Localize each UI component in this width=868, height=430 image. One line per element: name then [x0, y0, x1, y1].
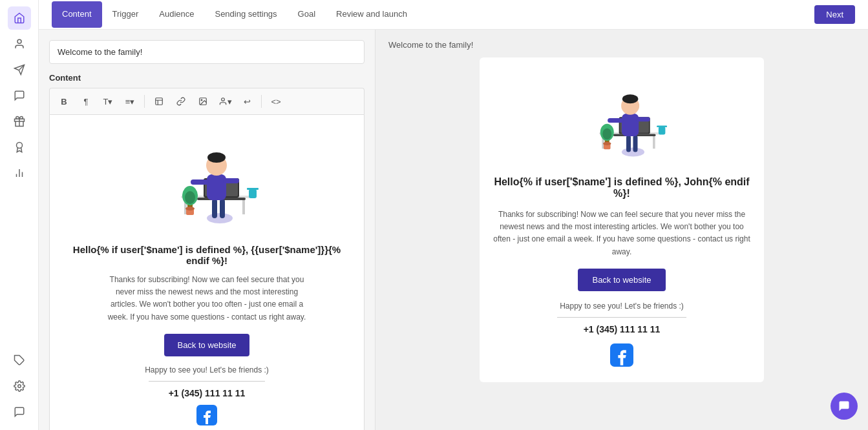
tab-trigger[interactable]: Trigger	[102, 1, 149, 28]
nav-tabs: Content Trigger Audience Sending setting…	[52, 1, 814, 28]
svg-point-0	[17, 39, 21, 43]
svg-point-63	[603, 142, 611, 145]
svg-rect-28	[223, 178, 239, 183]
preview-phone: +1 (345) 111 11 11	[492, 324, 751, 334]
svg-rect-53	[636, 117, 650, 121]
svg-rect-41	[653, 134, 655, 148]
preview-cta-button[interactable]: Back to website	[578, 269, 665, 291]
svg-rect-58	[657, 125, 667, 127]
svg-rect-27	[207, 174, 226, 200]
toolbar-separator-1	[144, 95, 145, 108]
svg-rect-25	[212, 199, 217, 218]
template-button[interactable]	[150, 92, 168, 110]
next-button[interactable]: Next	[814, 5, 855, 24]
svg-rect-52	[622, 114, 639, 136]
paragraph-button[interactable]: ¶	[77, 92, 95, 110]
preview-illustration	[564, 73, 680, 163]
preview-panel: Welcome to the family!	[376, 30, 868, 430]
sidebar-icon-chart[interactable]	[8, 161, 31, 185]
tab-goal[interactable]: Goal	[288, 1, 326, 28]
editor-body[interactable]: Hello{% if user['$name'] is defined %}, …	[49, 114, 365, 430]
editor-facebook-icon[interactable]	[196, 405, 217, 425]
editor-phone: +1 (345) 111 11 11	[63, 388, 351, 398]
sidebar-icon-badge[interactable]	[8, 136, 31, 159]
subject-input[interactable]	[49, 40, 365, 64]
svg-point-56	[622, 94, 639, 103]
svg-rect-16	[242, 198, 245, 214]
content-area: Content B ¶ T▾ ≡▾ ▾ ↩	[39, 30, 868, 430]
svg-rect-54	[608, 118, 624, 123]
editor-email-body: Thanks for subscribing! Now we can feel …	[103, 274, 310, 323]
editor-email-heading: Hello{% if user['$name'] is defined %}, …	[63, 244, 351, 266]
svg-rect-50	[626, 135, 631, 152]
svg-rect-51	[633, 135, 638, 152]
svg-rect-57	[659, 127, 666, 134]
svg-point-5	[16, 143, 22, 148]
svg-rect-32	[249, 189, 257, 198]
sidebar-icon-settings[interactable]	[8, 374, 31, 398]
sidebar-icon-help[interactable]	[8, 400, 31, 424]
link-button[interactable]	[172, 92, 190, 110]
toolbar-separator-2	[261, 95, 262, 108]
preview-subject: Welcome to the family!	[388, 40, 855, 50]
sidebar-icon-gift[interactable]	[8, 110, 31, 133]
preview-facebook-icon[interactable]	[610, 343, 633, 367]
sidebar-icon-home[interactable]	[8, 6, 31, 30]
preview-email-body: Thanks for subscribing! Now we can feel …	[492, 209, 751, 258]
svg-point-13	[201, 99, 202, 101]
preview-footer-text: Happy to see you! Let's be friends :)	[492, 302, 751, 311]
chat-bubble[interactable]	[831, 393, 858, 420]
svg-rect-11	[156, 98, 163, 105]
sidebar-icon-chat[interactable]	[8, 84, 31, 107]
tab-review-launch[interactable]: Review and launch	[326, 1, 418, 28]
main-content: Content Trigger Audience Sending setting…	[39, 0, 868, 430]
top-navigation: Content Trigger Audience Sending setting…	[39, 0, 868, 30]
email-preview-editor: Hello{% if user['$name'] is defined %}, …	[50, 115, 364, 430]
svg-rect-26	[220, 199, 225, 218]
editor-footer-text: Happy to see you! Let's be friends :)	[63, 365, 351, 374]
svg-point-14	[221, 98, 224, 101]
personalize-button[interactable]: ▾	[216, 92, 234, 110]
image-button[interactable]	[194, 92, 212, 110]
editor-divider	[149, 381, 265, 382]
sidebar-icon-user[interactable]	[8, 32, 31, 56]
sidebar-icon-puzzle[interactable]	[8, 349, 31, 372]
editor-cta-button[interactable]: Back to website	[164, 334, 249, 356]
sidebar	[0, 0, 39, 430]
bold-button[interactable]: B	[55, 92, 73, 110]
tab-content[interactable]: Content	[52, 1, 102, 28]
undo-button[interactable]: ↩	[238, 92, 256, 110]
content-label: Content	[49, 73, 365, 83]
text-size-button[interactable]: T▾	[99, 92, 117, 110]
svg-point-61	[602, 128, 611, 140]
align-button[interactable]: ≡▾	[121, 92, 139, 110]
svg-point-31	[207, 152, 226, 163]
svg-point-36	[185, 191, 195, 204]
svg-point-10	[17, 385, 21, 388]
preview-divider	[557, 317, 686, 318]
svg-rect-33	[247, 188, 259, 190]
preview-email-heading: Hello{% if user['$name'] is defined %}, …	[492, 176, 751, 200]
editor-panel: Content B ¶ T▾ ≡▾ ▾ ↩	[39, 30, 375, 430]
sidebar-icon-send[interactable]	[8, 58, 31, 81]
preview-card: Hello{% if user['$name'] is defined %}, …	[480, 57, 764, 382]
tab-sending-settings[interactable]: Sending settings	[204, 1, 287, 28]
tab-audience[interactable]: Audience	[149, 1, 204, 28]
editor-toolbar: B ¶ T▾ ≡▾ ▾ ↩ <>	[49, 88, 365, 114]
svg-rect-29	[191, 179, 209, 185]
svg-point-38	[185, 207, 195, 210]
editor-illustration	[142, 128, 271, 231]
code-button[interactable]: <>	[267, 92, 285, 110]
